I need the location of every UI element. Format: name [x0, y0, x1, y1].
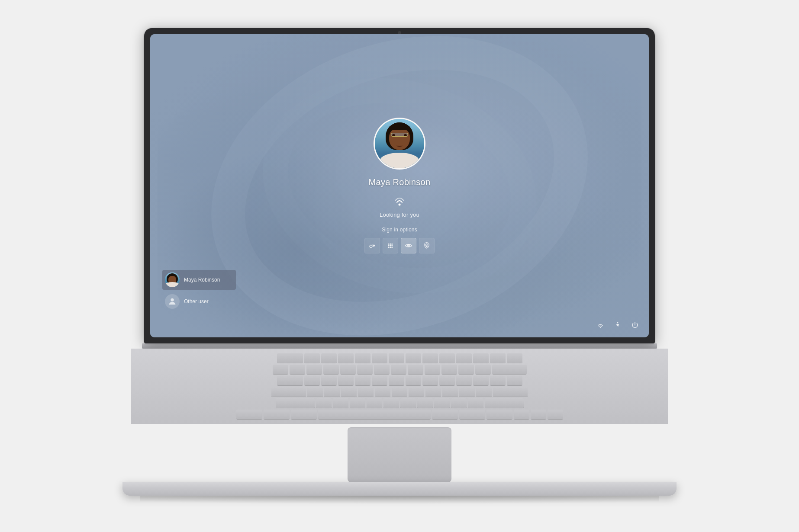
svg-point-17: [390, 247, 391, 248]
login-panel: Maya Robinson Looking for you: [364, 118, 435, 253]
key-f8: [422, 353, 438, 363]
key-f4: [355, 353, 371, 363]
key-equals: [475, 365, 491, 374]
key-3: [323, 365, 339, 374]
svg-point-20: [408, 246, 409, 247]
key-m: [417, 398, 433, 408]
key-fn: [459, 410, 485, 419]
key-w: [321, 376, 337, 385]
key-esc: [277, 353, 303, 363]
key-backtick: [273, 365, 288, 374]
key-l: [442, 387, 458, 397]
key-h: [392, 387, 407, 397]
key-b: [383, 398, 399, 408]
svg-point-18: [391, 247, 393, 248]
key-p: [456, 376, 472, 385]
svg-point-8: [370, 245, 372, 248]
key-f11: [473, 353, 489, 363]
key-f10: [456, 353, 472, 363]
user-list-item-maya[interactable]: Maya Robinson: [162, 270, 236, 290]
face-recognition-signin-button[interactable]: [401, 238, 416, 253]
password-signin-button[interactable]: [364, 238, 380, 253]
key-rctrl: [486, 410, 512, 419]
svg-point-15: [391, 245, 393, 247]
key-r: [355, 376, 371, 385]
key-rshift: [485, 398, 524, 408]
keyboard-row-3: [205, 376, 594, 385]
key-n: [400, 398, 416, 408]
key-alt: [291, 410, 317, 419]
key-1: [290, 365, 305, 374]
user-item-name-other: Other user: [184, 298, 209, 304]
svg-point-23: [617, 322, 619, 323]
key-comma: [434, 398, 450, 408]
key-d: [341, 387, 357, 397]
key-i: [422, 376, 438, 385]
key-j: [409, 387, 424, 397]
laptop-hinge: [142, 343, 657, 349]
accessibility-icon[interactable]: [612, 320, 623, 330]
power-icon[interactable]: [630, 320, 640, 330]
laptop: Maya Robinson Looking for you: [118, 28, 681, 504]
keyboard-row-4: [205, 387, 594, 397]
keyboard-row-fn: [205, 353, 594, 363]
key-tab: [277, 376, 303, 385]
key-g: [375, 387, 390, 397]
key-f6: [389, 353, 404, 363]
trackpad[interactable]: [348, 427, 451, 482]
key-f: [358, 387, 374, 397]
user-avatar: [374, 118, 425, 170]
key-slash: [468, 398, 483, 408]
key-f3: [338, 353, 354, 363]
looking-for-you-text: Looking for you: [380, 212, 419, 218]
svg-point-13: [388, 245, 390, 247]
key-2: [306, 365, 322, 374]
user-item-avatar-other: [165, 294, 180, 309]
key-win: [264, 410, 290, 419]
wifi-icon[interactable]: [595, 320, 606, 330]
key-del: [507, 353, 522, 363]
key-up-down: [531, 410, 546, 419]
svg-point-12: [391, 244, 393, 245]
key-u: [406, 376, 421, 385]
keyboard-row-6: [205, 410, 594, 419]
laptop-base: [122, 482, 677, 496]
signin-icons-row: [364, 238, 435, 253]
key-semicolon: [459, 387, 475, 397]
key-minus: [458, 365, 474, 374]
key-period: [451, 398, 467, 408]
lock-screen: Maya Robinson Looking for you: [150, 34, 649, 337]
fingerprint-signin-button[interactable]: [419, 238, 435, 253]
bottom-system-icons: [595, 320, 640, 330]
user-list: Maya Robinson Other user: [162, 270, 236, 311]
avatar-photo: [375, 119, 424, 168]
key-v: [367, 398, 382, 408]
svg-point-11: [390, 244, 391, 245]
key-f2: [321, 353, 337, 363]
pin-signin-button[interactable]: [383, 238, 398, 253]
svg-point-14: [390, 245, 391, 247]
key-8: [408, 365, 423, 374]
user-list-item-other[interactable]: Other user: [162, 292, 236, 311]
key-6: [374, 365, 390, 374]
laptop-screen-lid: Maya Robinson Looking for you: [144, 28, 655, 343]
user-item-name-maya: Maya Robinson: [184, 277, 220, 283]
key-e: [338, 376, 354, 385]
key-lbracket: [473, 376, 489, 385]
key-7: [391, 365, 406, 374]
key-left: [514, 410, 529, 419]
key-f7: [406, 353, 421, 363]
user-name-label: Maya Robinson: [369, 177, 431, 187]
key-enter: [493, 387, 528, 397]
svg-point-22: [600, 327, 601, 328]
key-5: [357, 365, 373, 374]
key-lshift: [276, 398, 315, 408]
key-z: [316, 398, 332, 408]
screen-bezel: Maya Robinson Looking for you: [150, 34, 649, 337]
keyboard-rows: [205, 353, 594, 419]
key-a: [307, 387, 323, 397]
keyboard-row-2: [205, 365, 594, 374]
key-t: [372, 376, 387, 385]
svg-point-21: [171, 298, 174, 301]
key-f5: [372, 353, 387, 363]
